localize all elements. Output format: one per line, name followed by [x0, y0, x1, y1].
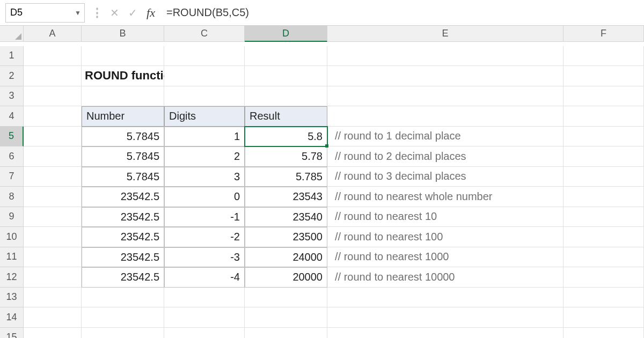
cell-d15[interactable]	[245, 328, 327, 339]
cell-e2[interactable]	[327, 66, 564, 86]
cell-b10[interactable]: 23542.5	[82, 227, 164, 247]
cell-d11[interactable]: 24000	[245, 247, 327, 268]
cell-b15[interactable]	[82, 328, 164, 339]
col-header-e[interactable]: E	[327, 26, 564, 42]
cell-d6[interactable]: 5.78	[245, 146, 327, 167]
cell-a9[interactable]	[24, 207, 82, 227]
cell-b14[interactable]	[82, 307, 164, 328]
table-header-result[interactable]: Result	[245, 106, 327, 127]
cell-b6[interactable]: 5.7845	[82, 146, 164, 167]
cell-f5[interactable]	[564, 127, 644, 147]
col-header-d[interactable]: D	[245, 26, 327, 42]
row-header-6[interactable]: 6	[0, 146, 24, 167]
cell-a11[interactable]	[24, 247, 82, 268]
cell-c9[interactable]: -1	[164, 207, 245, 227]
cell-c3[interactable]	[164, 86, 245, 107]
cell-a12[interactable]	[24, 267, 82, 288]
cell-a13[interactable]	[24, 288, 82, 308]
cell-f10[interactable]	[564, 227, 644, 247]
cell-d14[interactable]	[245, 307, 327, 328]
cell-f15[interactable]	[564, 328, 644, 339]
name-box[interactable]: D5 ▼	[5, 3, 85, 23]
cell-f12[interactable]	[564, 267, 644, 288]
cell-d9[interactable]: 23540	[245, 207, 327, 227]
cell-b5[interactable]: 5.7845	[82, 127, 164, 147]
cell-d5[interactable]: 5.8	[245, 127, 327, 147]
row-header-2[interactable]: 2	[0, 66, 24, 86]
cell-d1[interactable]	[245, 46, 327, 67]
cell-b3[interactable]	[82, 86, 164, 107]
cell-e6[interactable]: // round to 2 decimal places	[327, 146, 564, 167]
col-header-f[interactable]: F	[564, 26, 644, 42]
row-header-4[interactable]: 4	[0, 106, 24, 127]
cell-c12[interactable]: -4	[164, 267, 245, 288]
cell-f2[interactable]	[564, 66, 644, 86]
row-header-14[interactable]: 14	[0, 307, 24, 328]
cell-e7[interactable]: // round to 3 decimal places	[327, 167, 564, 187]
cell-b11[interactable]: 23542.5	[82, 247, 164, 268]
cell-f11[interactable]	[564, 247, 644, 268]
row-header-8[interactable]: 8	[0, 187, 24, 207]
cell-a5[interactable]	[24, 127, 82, 147]
row-header-13[interactable]: 13	[0, 288, 24, 308]
chevron-down-icon[interactable]: ▼	[75, 9, 81, 17]
row-header-11[interactable]: 11	[0, 247, 24, 268]
row-header-1[interactable]: 1	[0, 46, 24, 67]
select-all-corner[interactable]	[0, 26, 24, 42]
cell-e5[interactable]: // round to 1 decimal place	[327, 127, 564, 147]
table-header-number[interactable]: Number	[82, 106, 164, 127]
cell-e12[interactable]: // round to nearest 10000	[327, 267, 564, 288]
cell-f14[interactable]	[564, 307, 644, 328]
row-header-9[interactable]: 9	[0, 207, 24, 227]
cell-e4[interactable]	[327, 106, 564, 127]
cell-c2[interactable]	[164, 66, 245, 86]
cell-a15[interactable]	[24, 328, 82, 339]
cell-e13[interactable]	[327, 288, 564, 308]
cell-f4[interactable]	[564, 106, 644, 127]
cell-a4[interactable]	[24, 106, 82, 127]
cell-f3[interactable]	[564, 86, 644, 107]
cell-f13[interactable]	[564, 288, 644, 308]
col-header-b[interactable]: B	[82, 26, 164, 42]
row-header-3[interactable]: 3	[0, 86, 24, 107]
cell-c14[interactable]	[164, 307, 245, 328]
cell-d10[interactable]: 23500	[245, 227, 327, 247]
col-header-a[interactable]: A	[24, 26, 82, 42]
cell-c7[interactable]: 3	[164, 167, 245, 187]
cell-e9[interactable]: // round to nearest 10	[327, 207, 564, 227]
cell-c5[interactable]: 1	[164, 127, 245, 147]
col-header-c[interactable]: C	[164, 26, 245, 42]
cell-d2[interactable]	[245, 66, 327, 86]
row-header-7[interactable]: 7	[0, 167, 24, 187]
cell-c1[interactable]	[164, 46, 245, 67]
cell-b8[interactable]: 23542.5	[82, 187, 164, 207]
cell-a14[interactable]	[24, 307, 82, 328]
cell-a10[interactable]	[24, 227, 82, 247]
row-header-15[interactable]: 15	[0, 328, 24, 339]
row-header-5[interactable]: 5	[0, 127, 24, 147]
row-header-10[interactable]: 10	[0, 227, 24, 247]
cell-a6[interactable]	[24, 146, 82, 167]
cell-e1[interactable]	[327, 46, 564, 67]
cell-d8[interactable]: 23543	[245, 187, 327, 207]
cell-f6[interactable]	[564, 146, 644, 167]
cell-a7[interactable]	[24, 167, 82, 187]
cell-d13[interactable]	[245, 288, 327, 308]
cell-f7[interactable]	[564, 167, 644, 187]
fx-icon[interactable]: fx	[142, 6, 160, 20]
cell-d7[interactable]: 5.785	[245, 167, 327, 187]
cell-c10[interactable]: -2	[164, 227, 245, 247]
formula-input[interactable]	[160, 6, 644, 19]
cell-e11[interactable]: // round to nearest 1000	[327, 247, 564, 268]
cell-c8[interactable]: 0	[164, 187, 245, 207]
cell-a8[interactable]	[24, 187, 82, 207]
cell-e14[interactable]	[327, 307, 564, 328]
cell-e3[interactable]	[327, 86, 564, 107]
cell-a2[interactable]	[24, 66, 82, 86]
cell-b1[interactable]	[82, 46, 164, 67]
cell-f1[interactable]	[564, 46, 644, 67]
cell-f8[interactable]	[564, 187, 644, 207]
cell-b2-title[interactable]: ROUND function	[82, 66, 164, 86]
spreadsheet-grid[interactable]: A B C D E F 1 2 ROUND function 3 4 Numbe…	[0, 26, 644, 338]
cell-b13[interactable]	[82, 288, 164, 308]
